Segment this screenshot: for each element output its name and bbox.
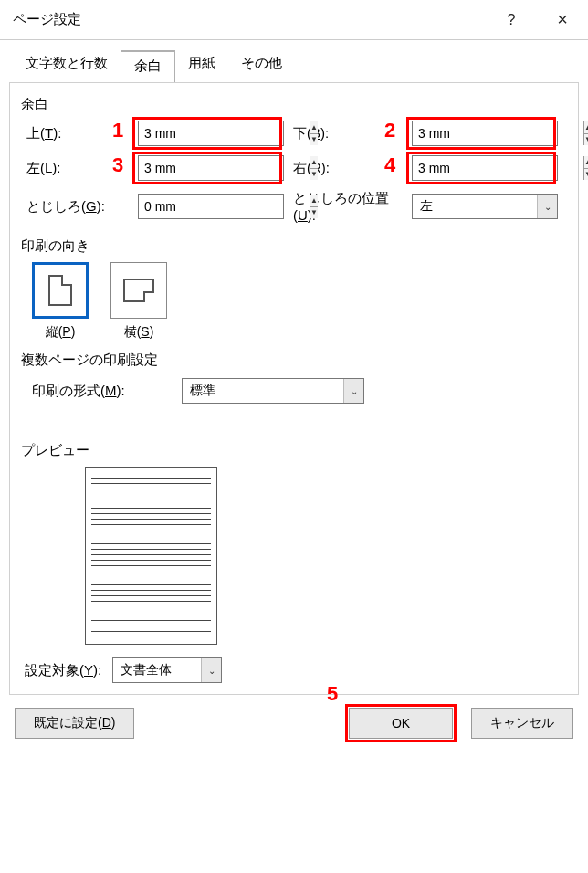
- left-margin-label: 左(L):: [26, 160, 129, 177]
- section-preview-label: プレビュー: [21, 442, 567, 459]
- spin-up-icon[interactable]: ▲: [310, 195, 318, 206]
- gutter-input[interactable]: ▲ ▼: [138, 194, 284, 219]
- spin-up-icon[interactable]: ▲: [584, 121, 588, 133]
- right-margin-field[interactable]: [413, 156, 583, 180]
- top-margin-field[interactable]: [139, 121, 310, 145]
- dialog-buttons: 既定に設定(D) 5 OK キャンセル: [0, 702, 588, 748]
- spin-down-icon[interactable]: ▼: [310, 206, 318, 219]
- ok-button[interactable]: OK: [349, 708, 453, 739]
- left-margin-field[interactable]: [139, 156, 310, 180]
- print-format-label: 印刷の形式(M):: [32, 383, 169, 400]
- spin-up-icon[interactable]: ▲: [584, 156, 588, 168]
- left-margin-input[interactable]: ▲ ▼: [138, 155, 284, 181]
- print-format-dropdown[interactable]: 標準 ⌄: [182, 378, 364, 404]
- chevron-down-icon[interactable]: ⌄: [537, 195, 557, 218]
- print-format-value: 標準: [183, 383, 343, 399]
- apply-to-dropdown[interactable]: 文書全体 ⌄: [112, 657, 222, 683]
- bottom-margin-input[interactable]: ▲ ▼: [412, 121, 558, 146]
- tab-margins[interactable]: 余白: [121, 50, 175, 83]
- set-default-button[interactable]: 既定に設定(D): [15, 708, 134, 739]
- orientation-landscape[interactable]: 横(S): [110, 262, 167, 341]
- spin-down-icon[interactable]: ▼: [584, 168, 588, 181]
- gutter-position-value: 左: [413, 198, 537, 215]
- chevron-down-icon[interactable]: ⌄: [343, 379, 363, 403]
- tabstrip: 文字数と行数 余白 用紙 その他: [0, 40, 588, 82]
- tab-chars-lines[interactable]: 文字数と行数: [13, 49, 121, 82]
- section-orientation-label: 印刷の向き: [21, 237, 567, 255]
- top-margin-input[interactable]: ▲ ▼: [138, 121, 284, 146]
- landscape-icon: [110, 262, 167, 319]
- spin-down-icon[interactable]: ▼: [310, 168, 318, 181]
- gutter-position-dropdown[interactable]: 左 ⌄: [412, 194, 558, 219]
- spin-down-icon[interactable]: ▼: [310, 133, 318, 146]
- spin-up-icon[interactable]: ▲: [310, 121, 318, 133]
- tab-content: 余白 1 2 3 4 上(T): ▲ ▼ 下(B): ▲ ▼: [9, 82, 579, 695]
- orientation-portrait-label: 縦(P): [46, 324, 76, 341]
- cancel-button[interactable]: キャンセル: [471, 708, 573, 739]
- orientation-portrait[interactable]: 縦(P): [32, 262, 89, 341]
- gutter-field[interactable]: [139, 195, 310, 218]
- right-margin-input[interactable]: ▲ ▼: [412, 155, 558, 181]
- tab-paper[interactable]: 用紙: [175, 49, 228, 82]
- bottom-margin-field[interactable]: [413, 121, 583, 145]
- chevron-down-icon[interactable]: ⌄: [201, 658, 221, 682]
- dialog-title: ページ設定: [13, 11, 486, 28]
- section-margins-label: 余白: [21, 96, 567, 113]
- section-multipage-label: 複数ページの印刷設定: [21, 352, 567, 369]
- spin-down-icon[interactable]: ▼: [584, 133, 588, 146]
- titlebar: ページ設定 ? ×: [0, 0, 588, 40]
- close-button[interactable]: ×: [537, 0, 588, 40]
- apply-to-value: 文書全体: [113, 662, 201, 678]
- portrait-icon: [32, 262, 89, 319]
- tab-other[interactable]: その他: [228, 49, 295, 82]
- orientation-landscape-label: 横(S): [124, 324, 154, 341]
- spin-up-icon[interactable]: ▲: [310, 156, 318, 168]
- help-button[interactable]: ?: [486, 0, 537, 40]
- gutter-label: とじしろ(G):: [26, 198, 129, 216]
- apply-to-label: 設定対象(Y):: [25, 662, 101, 679]
- preview-thumbnail: [85, 467, 217, 645]
- top-margin-label: 上(T):: [26, 125, 129, 142]
